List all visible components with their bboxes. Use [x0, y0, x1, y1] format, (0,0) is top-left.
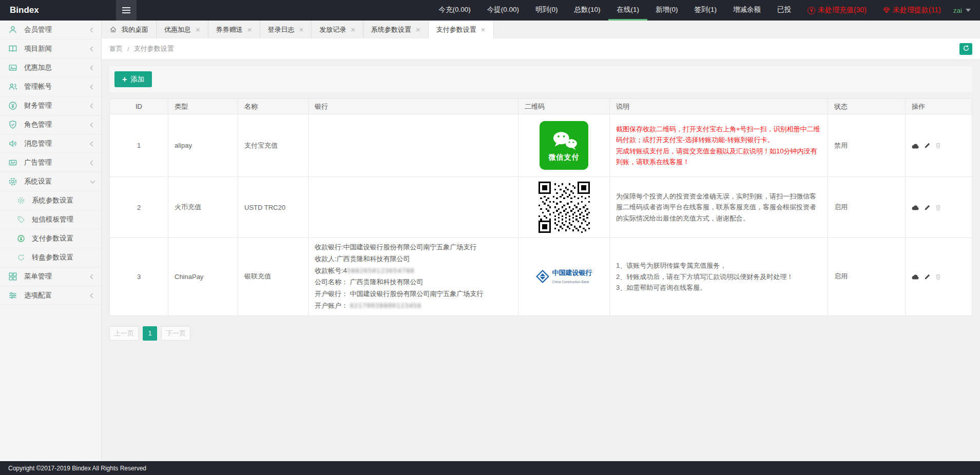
- sidebar-item-label: 选项配置: [24, 291, 52, 300]
- sidebar-item-system-settings[interactable]: 系统设置: [0, 172, 101, 191]
- sidebar-item-label: 角色管理: [24, 120, 52, 129]
- sidebar-item-options-config[interactable]: 选项配置: [0, 286, 101, 305]
- pending-withdraw-alert[interactable]: 未处理提款(11): [875, 0, 949, 21]
- cell-desc: 截图保存收款二维码，打开支付宝右上角+号扫一扫，识别相册中二维码付款；或打开支付…: [610, 114, 828, 177]
- tab-login-log[interactable]: 登录日志 ×: [260, 21, 312, 38]
- sidebar-item-member-management[interactable]: 会员管理: [0, 21, 101, 39]
- close-icon[interactable]: ×: [481, 26, 486, 33]
- close-icon[interactable]: ×: [196, 26, 200, 33]
- sidebar-item-label: 短信模板管理: [32, 215, 73, 224]
- add-button[interactable]: + 添加: [114, 71, 152, 87]
- cell-status: 启用: [828, 177, 906, 238]
- trash-icon[interactable]: [935, 142, 941, 149]
- close-icon[interactable]: ×: [416, 26, 420, 33]
- close-icon[interactable]: ×: [299, 26, 304, 33]
- cell-qrcode: [518, 177, 610, 238]
- sidebar-item-admin-accounts[interactable]: 管理帐号: [0, 77, 101, 96]
- qr-code-image: [539, 182, 590, 233]
- edit-pencil-icon[interactable]: [924, 204, 931, 211]
- edit-pencil-icon[interactable]: [924, 142, 931, 149]
- breadcrumb: 首页 / 支付参数设置: [102, 38, 980, 59]
- redacted-account-number: 5882650123654788: [347, 267, 415, 274]
- prev-page-button[interactable]: 上一页: [109, 326, 139, 341]
- stat-today-withdraw[interactable]: 今提(0.00): [479, 0, 527, 21]
- sidebar-item-menu-management[interactable]: 菜单管理: [0, 267, 101, 286]
- wechat-bubbles-icon: [549, 129, 579, 152]
- topbar-stats: 今充(0.00) 今提(0.00) 明到(0) 总数(10) 在线(1) 新增(…: [430, 0, 980, 21]
- cell-status: 启用: [828, 238, 906, 316]
- pending-recharge-alert[interactable]: ¥ 未处理充值(30): [799, 0, 875, 21]
- refresh-circle-icon: [17, 253, 25, 262]
- breadcrumb-separator: /: [127, 45, 129, 53]
- redacted-account-number: 62170038800123456: [350, 302, 422, 309]
- desc-text: 完成转账或支付后，请提交充值金额以及汇款说明！如10分钟内没有到账，请联系在线客…: [616, 146, 821, 168]
- col-header-bank: 银行: [309, 99, 518, 114]
- user-menu[interactable]: zai: [949, 0, 980, 21]
- stat-new[interactable]: 新增(0): [647, 0, 686, 21]
- tab-label: 我的桌面: [122, 25, 148, 34]
- stat-balance-adjust[interactable]: 增减余额: [725, 0, 769, 21]
- tab-grant-records[interactable]: 发放记录 ×: [312, 21, 363, 38]
- trash-icon[interactable]: [935, 273, 941, 280]
- cloud-icon[interactable]: [912, 143, 920, 149]
- shield-check-icon: [8, 120, 17, 129]
- breadcrumb-home-link[interactable]: 首页: [109, 44, 123, 53]
- username: zai: [953, 7, 962, 14]
- chevron-left-icon: [90, 65, 95, 70]
- col-header-type: 类型: [168, 99, 238, 114]
- stat-signin[interactable]: 签到(1): [686, 0, 725, 21]
- stat-invested[interactable]: 已投: [769, 0, 799, 21]
- next-page-button[interactable]: 下一页: [161, 326, 190, 341]
- bank-line: 公司名称： 广西贵隆和科技有限公司: [315, 276, 512, 288]
- stat-online[interactable]: 在线(1): [608, 0, 647, 21]
- close-icon[interactable]: ×: [351, 26, 355, 33]
- yen-circle-icon: [8, 101, 17, 110]
- chevron-left-icon: [90, 293, 95, 298]
- cloud-icon[interactable]: [912, 273, 920, 280]
- stat-tomorrow-due[interactable]: 明到(0): [527, 0, 566, 21]
- tab-promo-interest[interactable]: 优惠加息 ×: [157, 21, 208, 38]
- cell-name: 银联充值: [238, 238, 309, 316]
- tab-system-params[interactable]: 系统参数设置 ×: [363, 21, 429, 38]
- bank-line: 收款银行:中国建设银行股份有限公司南宁五象广场支行: [315, 242, 512, 253]
- sidebar-item-label: 菜单管理: [24, 272, 52, 281]
- sidebar-item-finance-management[interactable]: 财务管理: [0, 96, 101, 115]
- sidebar-item-payment-params[interactable]: 支付参数设置: [0, 229, 101, 248]
- refresh-button[interactable]: [959, 43, 972, 55]
- cell-name: USTD TRC20: [238, 177, 309, 238]
- chevron-left-icon: [90, 27, 95, 32]
- sidebar-item-wheel-params[interactable]: 转盘参数设置: [0, 248, 101, 267]
- sidebar-item-label: 广告管理: [24, 158, 52, 167]
- chevron-down-icon: [966, 9, 971, 12]
- page-1-button[interactable]: 1: [143, 326, 157, 341]
- sidebar-item-ad-management[interactable]: 广告管理: [0, 153, 101, 172]
- tab-label: 登录日志: [268, 25, 295, 34]
- sidebar-item-role-management[interactable]: 角色管理: [0, 115, 101, 134]
- sidebar-item-sms-templates[interactable]: 短信模板管理: [0, 210, 101, 229]
- table-row: 2 火币充值 USTD TRC20: [110, 177, 972, 238]
- gear-icon: [17, 196, 25, 205]
- sidebar-toggle-button[interactable]: [116, 0, 137, 21]
- gear-icon: [8, 177, 17, 186]
- chevron-left-icon: [90, 84, 95, 89]
- bank-line: 开户银行： 中国建设银行股份有限公司南宁五象广场支行: [315, 288, 512, 300]
- wechat-pay-logo: 微信支付: [540, 121, 588, 170]
- table-header-row: ID 类型 名称 银行 二维码 说明 状态 操作: [110, 99, 972, 114]
- grid-icon: [8, 272, 17, 281]
- tab-coupon-gift[interactable]: 券券赠送 ×: [208, 21, 260, 38]
- tab-payment-params[interactable]: 支付参数设置 ×: [429, 21, 494, 38]
- sidebar-item-promo-interest[interactable]: 优惠加息: [0, 58, 101, 77]
- tab-desktop[interactable]: 我的桌面: [102, 21, 157, 38]
- cloud-icon[interactable]: [912, 204, 920, 210]
- sidebar-item-label: 管理帐号: [24, 82, 52, 91]
- sidebar-item-project-news[interactable]: 项目新闻: [0, 39, 101, 58]
- stat-today-recharge[interactable]: 今充(0.00): [430, 0, 478, 21]
- sidebar-item-system-params[interactable]: 系统参数设置: [0, 191, 101, 210]
- close-icon[interactable]: ×: [247, 26, 252, 33]
- edit-pencil-icon[interactable]: [924, 273, 931, 280]
- trash-icon[interactable]: [935, 204, 941, 211]
- cell-type: ChinaPay: [168, 238, 238, 316]
- sidebar-item-message-management[interactable]: 消息管理: [0, 134, 101, 153]
- table-toolbar: + 添加: [109, 66, 972, 92]
- stat-total[interactable]: 总数(10): [566, 0, 608, 21]
